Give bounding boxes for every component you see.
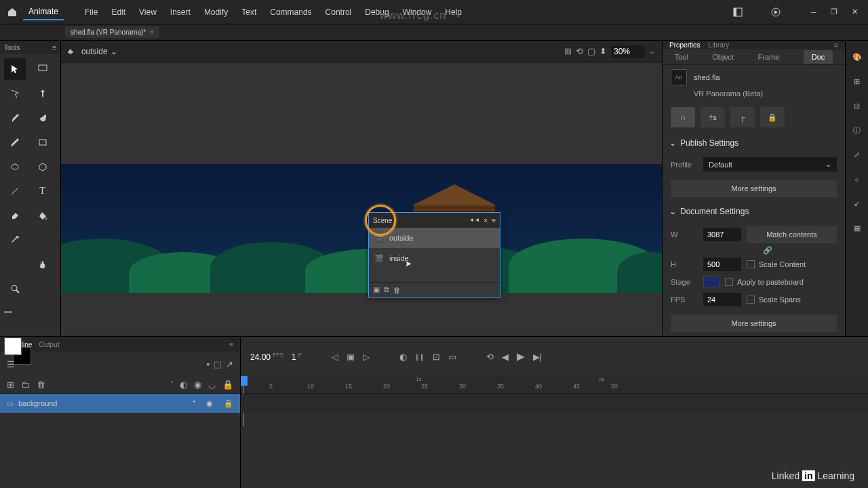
menu-file[interactable]: File (80, 5, 102, 20)
publish-settings-header[interactable]: ⌄ Publish Settings (663, 133, 845, 153)
publish-more-settings-button[interactable]: More settings (671, 180, 837, 197)
fluid-brush-tool[interactable] (32, 107, 54, 129)
lock-header-icon[interactable]: 🔒 (222, 380, 233, 390)
hand-tool[interactable] (32, 253, 54, 275)
canvas-viewport[interactable] (61, 62, 662, 336)
props-cat-frame[interactable]: Frame (758, 53, 780, 61)
next-icon[interactable]: ▶| (533, 352, 542, 362)
timeline-menu-icon[interactable]: ≡ (229, 341, 233, 348)
home-icon[interactable] (5, 5, 19, 19)
dock-components-icon[interactable]: ▦ (850, 221, 864, 235)
properties-tab[interactable]: Properties (669, 41, 701, 49)
menu-help[interactable]: Help (440, 5, 467, 20)
edit-multiple-icon[interactable]: ⫿⫿ (415, 352, 425, 362)
onion-icon[interactable]: ◐ (399, 352, 407, 362)
loop-icon[interactable]: ⟲ (486, 352, 494, 362)
menu-modify[interactable]: Modify (199, 5, 233, 20)
match-contents-button[interactable]: Match contents (747, 226, 837, 243)
scene-crumb-icon[interactable]: ♣ (68, 47, 73, 56)
play-icon[interactable] (768, 4, 784, 20)
props-lock-icon[interactable]: 🔒 (760, 107, 785, 127)
keyframe-icon[interactable]: ▣ (347, 352, 355, 362)
menu-window[interactable]: Window (398, 5, 437, 20)
dock-swatch-icon[interactable]: ⊞ (850, 75, 864, 88)
scene-panel-close-icon[interactable]: × (484, 217, 488, 224)
props-timeline-icon[interactable]: †s (701, 107, 725, 127)
scene-item-inside[interactable]: 🎬 inside (369, 248, 500, 268)
menu-text[interactable]: Text (237, 5, 261, 20)
width-input[interactable] (703, 228, 741, 241)
library-tab[interactable]: Library (709, 41, 730, 49)
zoom-stepper-icon[interactable]: ⬍ (599, 46, 607, 56)
more-tools-icon[interactable]: ••• (4, 308, 12, 316)
timeline-frame-display[interactable]: 1 F (292, 352, 302, 362)
step-forward-icon[interactable]: ▷ (363, 352, 370, 362)
center-frame-icon[interactable]: ▭ (448, 352, 456, 362)
menu-control[interactable]: Control (321, 5, 357, 20)
profile-select[interactable]: Default ⌄ (703, 157, 837, 171)
close-icon[interactable]: ✕ (846, 4, 863, 20)
play-button-icon[interactable]: ▶ (517, 350, 525, 363)
tools-menu-icon[interactable]: ≡ (52, 44, 56, 52)
subselection-tool[interactable] (32, 58, 54, 80)
scene-panel[interactable]: Scene ◄◄ × ≡ 🎬 outside 🎬 inside ▣ ⧉ 🗑 (368, 212, 500, 298)
paint-bucket-tool[interactable] (32, 205, 54, 226)
document-tab[interactable]: shed.fla (VR Panorama)* × (65, 26, 159, 38)
folder-icon[interactable]: 🗀 (21, 380, 30, 390)
clip-icon[interactable]: ▢ (587, 46, 595, 56)
menu-debug[interactable]: Debug (360, 5, 393, 20)
text-tool[interactable]: T (32, 180, 54, 202)
fps-input[interactable] (703, 293, 741, 306)
timeline-ruler[interactable]: 1s 2s 5 10 15 20 25 30 35 40 45 50 (241, 376, 868, 394)
zoom-dropdown-icon[interactable]: ⌄ (649, 47, 655, 56)
document-settings-header[interactable]: ⌄ Document Settings (663, 201, 845, 222)
scene-delete-icon[interactable]: 🗑 (393, 286, 401, 294)
doc-more-settings-button[interactable]: More settings (671, 314, 837, 332)
height-input[interactable] (703, 258, 741, 271)
outline-icon[interactable]: ◉ (194, 380, 201, 390)
dock-align-icon[interactable]: ⊟ (850, 99, 864, 113)
foreground-color-swatch[interactable] (4, 338, 22, 355)
menu-edit[interactable]: Edit (106, 5, 130, 20)
dock-library-icon[interactable]: ⟐ (850, 172, 864, 186)
oval-tool[interactable] (4, 156, 26, 178)
scene-panel-menu-icon[interactable]: ≡ (492, 217, 496, 224)
timeline-playhead[interactable] (241, 376, 248, 393)
color-swatches[interactable] (4, 338, 33, 366)
props-menu-icon[interactable]: ≡ (834, 41, 838, 49)
stage-color-chip[interactable] (703, 277, 719, 287)
eyedropper-tool[interactable] (4, 229, 26, 251)
apply-pasteboard-checkbox[interactable] (725, 278, 733, 286)
document-tab-close-icon[interactable]: × (150, 28, 154, 36)
step-back-icon[interactable]: ◁ (332, 352, 338, 362)
brush-tool[interactable] (4, 107, 26, 129)
graph-icon[interactable]: ↗ (226, 359, 233, 369)
rotate-icon[interactable]: ⟲ (576, 46, 583, 56)
eye-icon[interactable]: ◐ (180, 380, 187, 390)
eraser-tool[interactable] (4, 205, 26, 226)
dock-color-icon[interactable]: 🎨 (850, 50, 864, 64)
scene-panel-collapse-icon[interactable]: ◄◄ (469, 217, 479, 224)
snap-icon[interactable]: ⊞ (564, 46, 572, 56)
add-layer-icon[interactable]: ⊞ (7, 380, 14, 390)
selection-tool[interactable] (4, 58, 26, 80)
menu-view[interactable]: View (134, 5, 161, 20)
layer-lock-icon[interactable]: 🔒 (224, 399, 233, 408)
dock-transform-icon[interactable]: ⤢ (850, 148, 864, 161)
scene-selector[interactable]: outside ⌄ (77, 45, 121, 58)
highlight-icon[interactable]: ● (170, 380, 173, 390)
layer-depth-icon[interactable]: ⬚ (214, 359, 222, 369)
layer-dot-icon[interactable]: ● (193, 399, 195, 408)
scale-spans-checkbox[interactable] (747, 296, 755, 304)
menu-commands[interactable]: Commands (265, 5, 316, 20)
pin-tool[interactable] (32, 83, 54, 104)
props-magnet-icon[interactable]: ∩ (671, 107, 695, 127)
dock-info-icon[interactable]: ⓘ (850, 123, 864, 137)
delete-layer-icon[interactable]: 🗑 (37, 380, 45, 390)
scene-duplicate-icon[interactable]: ⧉ (384, 285, 389, 294)
zoom-tool[interactable] (4, 278, 26, 300)
dock-history-icon[interactable]: ↙ (850, 197, 864, 210)
layer-link-icon[interactable]: ◉ (206, 399, 213, 408)
menu-insert[interactable]: Insert (165, 5, 195, 20)
prev-icon[interactable]: ◀ (502, 352, 509, 362)
